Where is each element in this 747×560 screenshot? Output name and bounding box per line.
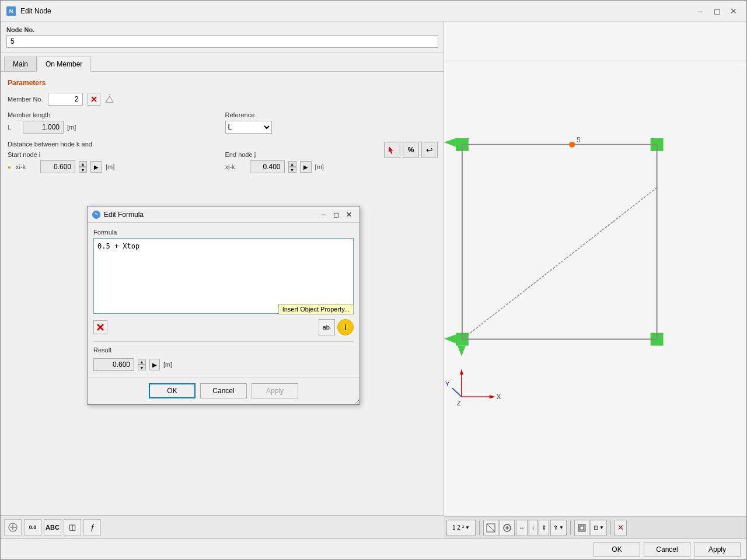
undo-button[interactable]: ↩ (421, 142, 438, 158)
move-all-btn[interactable]: ⇑▼ (550, 520, 567, 536)
result-arrow[interactable]: ▶ (149, 359, 160, 370)
result-down[interactable]: ▼ (138, 365, 146, 370)
dialog-body: Formula 0.5 + Xtop Insert Object Propert… (88, 223, 359, 377)
new-node-button[interactable] (4, 519, 22, 536)
member-length-label: Member length (8, 111, 219, 118)
dialog-ok-button[interactable]: OK (149, 383, 196, 398)
select-tool-button[interactable] (384, 142, 400, 158)
member-no-row: Member No. ⧊ (8, 93, 437, 106)
result-input (93, 358, 134, 371)
dialog-restore[interactable]: ◻ (330, 209, 342, 220)
cursor-icon[interactable]: ⧊ (105, 93, 114, 106)
node-5-dot (569, 142, 575, 148)
apply-button[interactable]: Apply (694, 542, 741, 556)
section-view-btn[interactable] (574, 520, 589, 536)
distance-grid: Start node i ● xi-k ▲ ▼ ▶ [m] (8, 151, 437, 173)
member-no-input[interactable] (48, 93, 83, 106)
cancel-button[interactable]: Cancel (644, 542, 690, 556)
y-axis-label: Y (445, 380, 450, 387)
close-view-btn[interactable]: ✕ (615, 520, 627, 536)
formula-label: Formula (93, 229, 354, 236)
dialog-minimize[interactable]: – (317, 209, 329, 220)
insert-object-tooltip: Insert Object Property... (278, 304, 354, 314)
xj-k-down[interactable]: ▼ (288, 167, 296, 173)
xi-k-unit: [m] (106, 163, 114, 170)
tab-on-member[interactable]: On Member (37, 57, 91, 72)
right-panel: 5 Z X Y 1 2 ³ ▼ (444, 22, 746, 538)
x-axis-arrow (490, 395, 495, 398)
svg-rect-13 (580, 526, 584, 530)
node-no-input[interactable] (6, 35, 438, 48)
node-5-label: 5 (577, 136, 581, 144)
diagonal-line (462, 188, 657, 340)
node-no-section: Node No. (1, 22, 444, 53)
xi-k-arrow[interactable]: ▶ (90, 161, 102, 173)
dialog-resize-handle[interactable] (352, 397, 359, 404)
parameters-title: Parameters (8, 79, 437, 87)
dialog-close[interactable]: ✕ (343, 209, 355, 220)
member-length-unit: [m] (67, 124, 76, 131)
restore-button[interactable]: ◻ (710, 5, 724, 17)
dialog-apply-button[interactable]: Apply (252, 383, 298, 398)
app-icon: N (6, 6, 16, 16)
support-arrow-tl (444, 138, 456, 147)
move-x-btn[interactable]: ↔ (516, 520, 528, 536)
member-no-label: Member No. (8, 96, 43, 103)
y-axis (452, 388, 462, 397)
z-axis-arrow (460, 369, 463, 374)
tabs-container: Main On Member (1, 53, 444, 71)
bottom-icons-bar: 0.0 ABC ◫ ƒ (1, 515, 444, 538)
right-bottom-toolbar: 1 2 ³ ▼ ↔ ↕ ⇕ ⇑▼ ⊡▼ (444, 516, 746, 538)
xj-k-unit: [m] (315, 163, 324, 170)
show-node-btn[interactable] (500, 520, 515, 536)
reference-label: Reference (225, 111, 437, 118)
percent-button[interactable]: % (403, 142, 419, 158)
formula-textarea[interactable]: 0.5 + Xtop (93, 238, 354, 314)
move-y-btn[interactable]: ↕ (529, 520, 537, 536)
xi-k-label: xi-k (16, 163, 37, 170)
xj-k-arrow[interactable]: ▶ (300, 161, 312, 173)
svg-line-8 (487, 524, 495, 532)
member-length-section: Member length L [m] (8, 111, 219, 134)
dialog-cancel-button[interactable]: Cancel (200, 383, 247, 398)
xi-k-down[interactable]: ▼ (79, 167, 87, 173)
insert-text-button[interactable]: ab: (319, 319, 335, 335)
reference-section: Reference L (225, 111, 437, 134)
xi-k-input[interactable] (40, 160, 75, 173)
node-no-label: Node No. (6, 26, 438, 33)
minimize-button[interactable]: – (694, 5, 708, 17)
info-button[interactable]: i (337, 319, 354, 335)
title-bar: N Edit Node – ◻ ✕ (1, 1, 746, 22)
support-arrow-bl (444, 335, 456, 344)
status-bar: OK Cancel Apply (1, 538, 746, 559)
tab-content: Parameters Member No. ⧊ Member length (1, 71, 444, 515)
close-button[interactable]: ✕ (727, 5, 741, 17)
member-length-input[interactable] (23, 121, 64, 134)
result-up[interactable]: ▲ (138, 359, 146, 365)
clear-member-button[interactable] (88, 93, 100, 106)
tab-main[interactable]: Main (4, 57, 37, 71)
formula-button[interactable]: ƒ (83, 519, 101, 536)
move-z-btn[interactable]: ⇕ (539, 520, 549, 536)
xj-k-input[interactable] (250, 160, 285, 173)
l-label: L (8, 124, 19, 131)
canvas-area: 5 Z X Y (444, 22, 746, 516)
support-arrow-bottom (458, 346, 466, 356)
x-axis-label: X (497, 393, 501, 400)
text-button[interactable]: ABC (44, 519, 61, 536)
xi-k-up[interactable]: ▲ (79, 161, 87, 167)
numbering-btn[interactable]: 1 2 ³ ▼ (446, 520, 476, 536)
window-controls: – ◻ ✕ (694, 5, 741, 17)
result-unit: [m] (163, 361, 172, 368)
reference-select[interactable]: L (225, 121, 272, 134)
display-model-btn[interactable] (483, 520, 498, 536)
xj-k-up[interactable]: ▲ (288, 161, 296, 167)
ok-button[interactable]: OK (594, 542, 640, 556)
main-window: N Edit Node – ◻ ✕ Node No. Main On Membe… (0, 0, 747, 560)
dialog-footer: OK Cancel Apply (88, 377, 359, 404)
xj-k-label: xj-k (225, 163, 246, 170)
formula-clear-button[interactable] (93, 320, 107, 334)
coordinates-button[interactable]: 0.0 (24, 519, 41, 536)
3d-view-btn[interactable]: ⊡▼ (591, 520, 607, 536)
view-button[interactable]: ◫ (64, 519, 81, 536)
